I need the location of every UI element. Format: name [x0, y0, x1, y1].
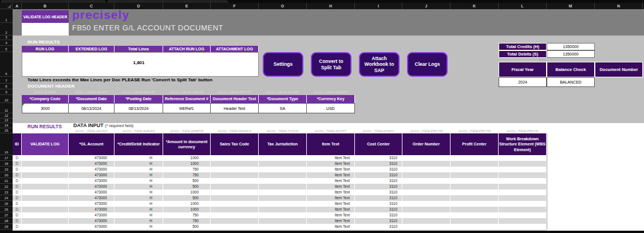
cell-E29[interactable]: 500 — [163, 224, 211, 230]
cell-G29[interactable] — [259, 224, 307, 230]
cell-I18[interactable]: 3110 — [355, 161, 402, 167]
doc-header-value-1[interactable]: 08/13/2024 — [69, 103, 114, 113]
data-input-header--amount-in-document-currency[interactable]: *Amount in document currency — [163, 133, 211, 155]
cell-D17[interactable]: H — [114, 155, 163, 161]
cell-H24[interactable]: Item Text — [307, 195, 355, 201]
column-header-M[interactable]: M — [547, 3, 595, 9]
column-header-K[interactable]: K — [451, 3, 499, 9]
cell-H21[interactable]: Item Text — [307, 178, 355, 184]
cell-L17[interactable] — [499, 155, 547, 161]
cell-I20[interactable]: 3110 — [355, 172, 402, 178]
row-header-20[interactable]: 20 — [0, 172, 13, 178]
doc-header-value-4[interactable]: Header Text — [211, 103, 259, 113]
cell-E25[interactable]: 1000 — [163, 201, 211, 207]
cell-K28[interactable] — [451, 218, 499, 224]
cell-C22[interactable]: 473000 — [69, 184, 114, 189]
cell-G25[interactable] — [259, 201, 307, 207]
data-input-header-validate-log[interactable]: VALIDATE LOG — [22, 133, 69, 155]
column-header-L[interactable]: L — [499, 3, 547, 9]
row-header-11[interactable]: 11 — [0, 103, 13, 113]
cell-H22[interactable]: Item Text — [307, 184, 355, 189]
cell-H19[interactable]: Item Text — [307, 167, 355, 172]
row-header-12[interactable]: 12 — [0, 113, 13, 119]
cell-E28[interactable]: 750 — [163, 218, 211, 224]
cell-F25[interactable] — [211, 201, 259, 207]
cell-I21[interactable]: 3110 — [355, 178, 402, 184]
cell-J25[interactable] — [402, 201, 451, 207]
cell-E23[interactable]: 1000 — [163, 189, 211, 195]
cell-C23[interactable]: 473000 — [69, 189, 114, 195]
cell-H29[interactable]: Item Text — [307, 224, 355, 230]
select-all-corner[interactable] — [0, 3, 13, 9]
cell-D23[interactable]: H — [114, 189, 163, 195]
cell-F26[interactable] — [211, 207, 259, 212]
cell-C25[interactable]: 473000 — [69, 201, 114, 207]
cell-A23[interactable]: D — [13, 189, 22, 195]
column-header-A[interactable]: A — [13, 3, 22, 9]
cell-K17[interactable] — [451, 155, 499, 161]
cell-C27[interactable]: 473000 — [69, 212, 114, 218]
row-header-19[interactable]: 19 — [0, 167, 13, 172]
cell-L24[interactable] — [499, 195, 547, 201]
row-header-25[interactable]: 25 — [0, 201, 13, 207]
column-header-B[interactable]: B — [22, 3, 69, 9]
cell-H25[interactable]: Item Text — [307, 201, 355, 207]
cell-I19[interactable]: 3110 — [355, 167, 402, 172]
cell-E27[interactable]: 750 — [163, 212, 211, 218]
cell-A17[interactable]: D — [13, 155, 22, 161]
cell-G21[interactable] — [259, 178, 307, 184]
cell-J28[interactable] — [402, 218, 451, 224]
cell-L27[interactable] — [499, 212, 547, 218]
cell-H17[interactable]: Item Text — [307, 155, 355, 161]
cell-K25[interactable] — [451, 201, 499, 207]
cell-L22[interactable] — [499, 184, 547, 189]
validate-log-header-button[interactable]: VALIDATE LOG HEADER — [22, 10, 69, 23]
doc-header-value-6[interactable]: USD — [307, 103, 355, 113]
doc-header-value-5[interactable]: SA — [259, 103, 307, 113]
cell-D29[interactable]: H — [114, 224, 163, 230]
doc-header-value-2[interactable]: 08/13/2024 — [114, 103, 163, 113]
cell-J29[interactable] — [402, 224, 451, 230]
doc-header-column--document-date[interactable]: *Document Date — [69, 95, 114, 103]
cell-B21[interactable] — [22, 178, 69, 184]
row-header-27[interactable]: 27 — [0, 212, 13, 218]
cell-D21[interactable]: H — [114, 178, 163, 184]
cell-F21[interactable] — [211, 178, 259, 184]
row-header-4[interactable]: 4 — [0, 40, 13, 46]
cell-H20[interactable]: Item Text — [307, 172, 355, 178]
cell-I28[interactable]: 3110 — [355, 218, 402, 224]
row-header-8[interactable]: 8 — [0, 84, 13, 89]
cell-F17[interactable] — [211, 155, 259, 161]
cell-H26[interactable]: Item Text — [307, 207, 355, 212]
doc-header-value-0[interactable]: 3000 — [22, 103, 69, 113]
cell-B24[interactable] — [22, 195, 69, 201]
cell-K24[interactable] — [451, 195, 499, 201]
cell-J18[interactable] — [402, 161, 451, 167]
cell-G28[interactable] — [259, 218, 307, 224]
cell-A25[interactable]: D — [13, 201, 22, 207]
cell-J27[interactable] — [402, 212, 451, 218]
cell-B27[interactable] — [22, 212, 69, 218]
data-input-header-item-text[interactable]: Item Text — [307, 133, 355, 155]
cell-J22[interactable] — [402, 184, 451, 189]
cell-A27[interactable]: D — [13, 212, 22, 218]
cell-D27[interactable]: H — [114, 212, 163, 218]
doc-header-column--posting-date[interactable]: *Posting Date — [114, 95, 163, 103]
cell-F29[interactable] — [211, 224, 259, 230]
totals-value[interactable]: 1350000 — [547, 50, 595, 58]
doc-header-column-document-header-text[interactable]: Document Header Text — [211, 95, 259, 103]
cell-B17[interactable] — [22, 155, 69, 161]
cell-D19[interactable]: H — [114, 167, 163, 172]
cell-B22[interactable] — [22, 184, 69, 189]
cell-I22[interactable]: 3110 — [355, 184, 402, 189]
cell-L26[interactable] — [499, 207, 547, 212]
cell-A19[interactable]: D — [13, 167, 22, 172]
cell-I27[interactable]: 3110 — [355, 212, 402, 218]
cell-D22[interactable]: H — [114, 184, 163, 189]
cell-E21[interactable]: 500 — [163, 178, 211, 184]
cell-A20[interactable]: D — [13, 172, 22, 178]
cell-J21[interactable] — [402, 178, 451, 184]
cell-E18[interactable]: 1000 — [163, 161, 211, 167]
cell-I23[interactable]: 3110 — [355, 189, 402, 195]
cell-E19[interactable]: 750 — [163, 167, 211, 172]
